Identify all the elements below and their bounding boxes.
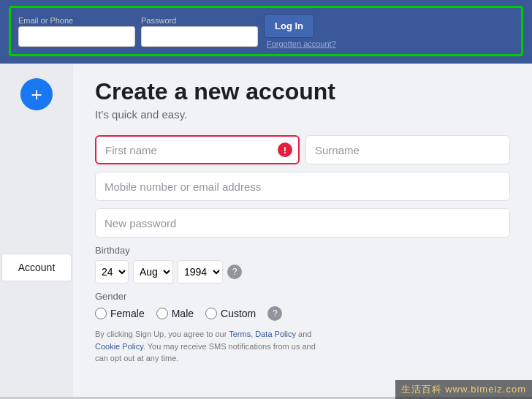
add-button[interactable]: +	[20, 78, 53, 110]
first-name-input[interactable]	[95, 135, 300, 164]
form-subtitle: It’s quick and easy.	[95, 108, 510, 121]
facebook-topbar: Email or Phone Password Log In Forgotten…	[0, 0, 532, 64]
data-policy-link[interactable]: Data Policy	[255, 330, 296, 338]
mobile-row	[95, 172, 510, 201]
login-button[interactable]: Log In	[264, 14, 314, 38]
birthday-month-select[interactable]: Aug	[133, 260, 173, 284]
birthday-year-select[interactable]: 1994	[178, 260, 223, 284]
gender-female-label: Female	[110, 308, 145, 319]
terms-line1: By clicking Sign Up, you agree to our	[95, 330, 229, 338]
mobile-email-input[interactable]	[95, 172, 510, 201]
terms-link[interactable]: Terms	[229, 330, 251, 338]
gender-male-radio[interactable]	[156, 308, 168, 319]
password-input[interactable]	[141, 26, 258, 47]
account-box: Account	[1, 254, 72, 281]
terms-line3: can opt out at any time.	[95, 354, 178, 362]
new-password-input[interactable]	[95, 208, 510, 238]
login-area: Log In Forgotten account?	[264, 14, 336, 48]
gender-female-radio[interactable]	[95, 308, 107, 319]
terms-text: By clicking Sign Up, you agree to our Te…	[95, 328, 510, 365]
email-input[interactable]	[18, 26, 135, 47]
password-row	[95, 208, 510, 238]
error-icon: !	[278, 142, 292, 157]
terms-and: and	[296, 330, 311, 338]
email-field-group: Email or Phone	[18, 16, 135, 47]
name-row: !	[95, 135, 510, 164]
forgotten-account-link[interactable]: Forgotten account?	[267, 39, 336, 48]
account-label: Account	[18, 262, 56, 273]
surname-wrapper	[305, 135, 510, 164]
cookie-policy-link[interactable]: Cookie Policy	[95, 342, 143, 351]
gender-male-option[interactable]: Male	[156, 308, 194, 319]
gender-female-option[interactable]: Female	[95, 308, 145, 319]
birthday-row: 24 Aug 1994 ?	[95, 260, 510, 284]
birthday-label: Birthday	[95, 245, 510, 256]
gender-male-label: Male	[172, 308, 194, 319]
gender-custom-option[interactable]: Custom	[205, 308, 256, 319]
birthday-section: Birthday 24 Aug 1994 ?	[95, 245, 510, 284]
surname-input[interactable]	[305, 135, 510, 164]
registration-form-area: Create a new account It’s quick and easy…	[73, 64, 532, 397]
topbar-inner: Email or Phone Password Log In Forgotten…	[9, 6, 523, 56]
gender-custom-radio[interactable]	[205, 308, 217, 319]
watermark: 生活百科 www.bimeiz.com	[395, 380, 532, 399]
first-name-wrapper: !	[95, 135, 300, 164]
gender-label: Gender	[95, 291, 510, 302]
terms-line2b: . You may receive SMS notifications from…	[143, 342, 316, 351]
gender-section: Gender Female Male Custom ?	[95, 291, 510, 321]
main-content: + Account Create a new account It’s quic…	[0, 64, 532, 397]
password-field-group: Password	[141, 16, 258, 47]
gender-custom-label: Custom	[221, 308, 256, 319]
left-sidebar: + Account	[0, 64, 73, 397]
gender-row: Female Male Custom ?	[95, 306, 510, 321]
password-label: Password	[141, 16, 258, 25]
birthday-day-select[interactable]: 24	[95, 260, 129, 284]
email-label: Email or Phone	[18, 16, 135, 25]
form-title: Create a new account	[95, 78, 510, 105]
birthday-help-icon[interactable]: ?	[227, 265, 242, 279]
gender-help-icon[interactable]: ?	[267, 306, 282, 321]
